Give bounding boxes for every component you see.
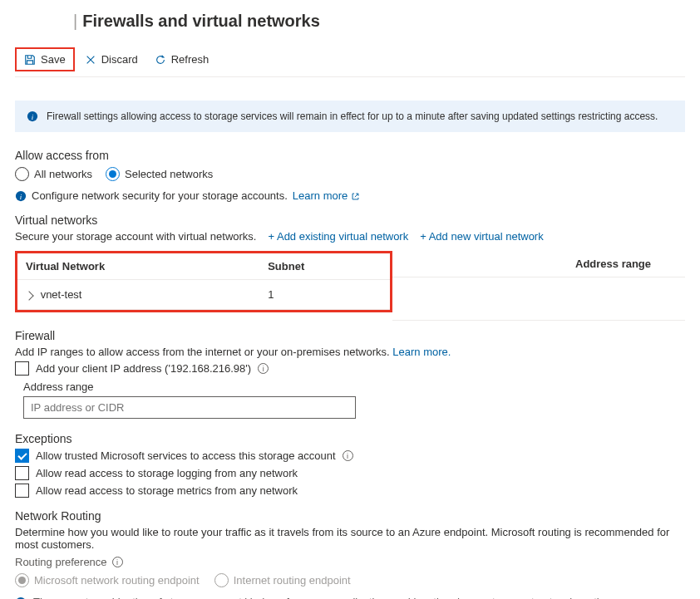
- save-icon: [24, 54, 36, 66]
- vnet-name: vnet-test: [41, 288, 82, 301]
- highlight-vnet-table: Virtual Network Subnet vnet-test 1: [15, 251, 392, 312]
- config-text: Configure network security for your stor…: [32, 189, 288, 202]
- checkbox-metrics[interactable]: [15, 484, 29, 498]
- routing-warning-text: The current combination of storage accou…: [33, 596, 614, 599]
- vnet-subnet: 1: [259, 280, 390, 310]
- internet-routing-label: Internet routing endpoint: [234, 574, 351, 587]
- address-range-input[interactable]: [23, 396, 356, 419]
- info-tooltip-icon[interactable]: i: [258, 363, 269, 374]
- access-radio-group: All networks Selected networks: [15, 167, 685, 181]
- firewall-heading: Firewall: [15, 329, 685, 342]
- routing-warning: i The current combination of storage acc…: [15, 596, 685, 599]
- title-separator: |: [73, 12, 77, 31]
- refresh-icon: [155, 54, 166, 66]
- routing-section: Network Routing Determine how you would …: [15, 509, 685, 599]
- discard-button[interactable]: Discard: [78, 50, 145, 69]
- radio-internet-routing: Internet routing endpoint: [214, 573, 351, 587]
- info-icon: i: [27, 110, 38, 122]
- radio-selected-networks[interactable]: Selected networks: [106, 167, 213, 181]
- config-line: i Configure network security for your st…: [15, 189, 685, 202]
- external-link-icon: [351, 189, 360, 202]
- logging-label: Allow read access to storage logging fro…: [36, 467, 298, 479]
- page-title-text: Firewalls and virtual networks: [82, 12, 320, 31]
- col-subnet: Subnet: [259, 253, 390, 280]
- trusted-label: Allow trusted Microsoft services to acce…: [36, 449, 336, 462]
- microsoft-routing-label: Microsoft network routing endpoint: [34, 574, 200, 587]
- col-address-range: Address range: [392, 251, 685, 277]
- col-virtual-network: Virtual Network: [17, 253, 259, 280]
- vnet-table: Virtual Network Subnet vnet-test 1: [17, 253, 390, 310]
- radio-microsoft-routing: Microsoft network routing endpoint: [15, 573, 200, 587]
- checkbox-client-ip[interactable]: [15, 361, 29, 376]
- vnet-table-container: Virtual Network Subnet vnet-test 1 Addre…: [15, 251, 685, 321]
- discard-label: Discard: [101, 53, 138, 66]
- vnets-heading: Virtual networks: [15, 214, 685, 227]
- add-existing-vnet-link[interactable]: + Add existing virtual network: [268, 230, 408, 243]
- routing-radio-group: Microsoft network routing endpoint Inter…: [15, 573, 685, 587]
- info-banner: i Firewall settings allowing access to s…: [15, 101, 685, 132]
- vnet-secure-text: Secure your storage account with virtual…: [15, 230, 256, 243]
- save-label: Save: [41, 53, 66, 66]
- banner-message: Firewall settings allowing access to sto…: [47, 110, 658, 122]
- client-ip-label: Add your client IP address ('192.168.216…: [36, 362, 251, 375]
- checkbox-logging[interactable]: [15, 466, 29, 480]
- save-button[interactable]: Save: [17, 50, 72, 69]
- routing-desc: Determine how you would like to route yo…: [15, 526, 685, 551]
- routing-pref-label: Routing preference: [15, 556, 107, 568]
- firewall-section: Firewall Add IP ranges to allow access f…: [15, 329, 685, 419]
- refresh-button[interactable]: Refresh: [148, 50, 216, 69]
- refresh-label: Refresh: [171, 53, 210, 66]
- info-tooltip-icon[interactable]: i: [343, 450, 353, 461]
- radio-all-networks[interactable]: All networks: [15, 167, 92, 181]
- address-range-label: Address range: [23, 381, 685, 393]
- highlight-save: Save: [15, 47, 75, 71]
- access-heading: Allow access from: [15, 149, 685, 162]
- add-new-vnet-link[interactable]: + Add new virtual network: [420, 230, 544, 243]
- firewall-learn-more-link[interactable]: Learn more.: [392, 346, 451, 358]
- info-icon: i: [15, 190, 27, 202]
- routing-heading: Network Routing: [15, 509, 685, 523]
- table-row[interactable]: vnet-test 1: [17, 280, 390, 310]
- discard-icon: [85, 54, 96, 66]
- info-tooltip-icon[interactable]: i: [112, 557, 123, 567]
- radio-all-label: All networks: [34, 168, 92, 180]
- page-title: | Firewalls and virtual networks: [15, 0, 685, 42]
- radio-selected-label: Selected networks: [125, 168, 213, 180]
- address-range-column: Address range: [392, 251, 685, 321]
- firewall-desc: Add IP ranges to allow access from the i…: [15, 346, 390, 358]
- vnet-actions-line: Secure your storage account with virtual…: [15, 230, 685, 243]
- metrics-label: Allow read access to storage metrics fro…: [36, 484, 298, 497]
- exceptions-section: Exceptions Allow trusted Microsoft servi…: [15, 432, 685, 498]
- toolbar: Save Discard Refresh: [15, 42, 685, 77]
- info-icon: i: [15, 597, 27, 600]
- chevron-right-icon: [24, 291, 33, 300]
- exceptions-heading: Exceptions: [15, 432, 685, 445]
- checkbox-trusted-services[interactable]: [15, 449, 29, 463]
- learn-more-link[interactable]: Learn more: [293, 189, 360, 202]
